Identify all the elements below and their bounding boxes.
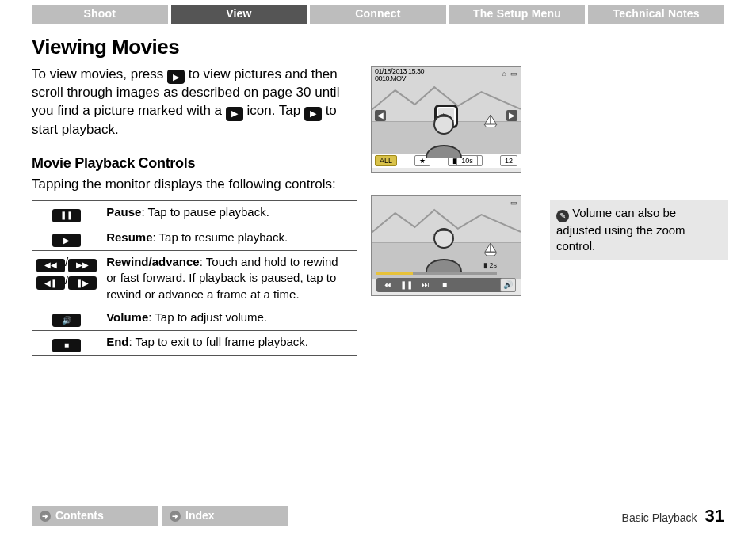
arrow-icon: ➜ bbox=[170, 511, 181, 522]
resume-icon: ▶ bbox=[52, 234, 81, 247]
movie-marker-icon: ▶ bbox=[226, 107, 243, 121]
footer-contents[interactable]: ➜ Contents bbox=[32, 506, 158, 526]
lcd-all-chip: ALL bbox=[375, 155, 397, 166]
playback-icon: ▶ bbox=[167, 70, 185, 84]
lcd-date: 01/18/2013 15:300010.MOV bbox=[375, 68, 424, 83]
page-title: Viewing Movies bbox=[32, 33, 724, 61]
end-icon: ■ bbox=[52, 339, 81, 352]
lcd2-rewind-icon: ⏮ bbox=[381, 279, 394, 291]
footer: ➜ Contents ➜ Index Basic Playback 31 bbox=[0, 504, 756, 528]
tab-shoot[interactable]: Shoot bbox=[32, 5, 168, 24]
lcd2-progress bbox=[376, 272, 497, 275]
advance-icon: ▶▶ bbox=[68, 259, 97, 272]
lcd2-pause-icon: ❚❚ bbox=[400, 279, 413, 291]
top-tabs: Shoot View Connect The Setup Menu Techni… bbox=[0, 0, 756, 24]
controls-table: ❚❚ Pause: Tap to pause playback. ▶ Resum… bbox=[32, 200, 357, 356]
sailboat-icon bbox=[483, 241, 498, 256]
person-icon bbox=[420, 112, 468, 158]
tip-box: ✎ Volume can also be adjusted using the … bbox=[550, 200, 728, 260]
lcd-count-chip: 12 bbox=[500, 155, 517, 166]
rewind-icon: ◀◀ bbox=[36, 259, 65, 272]
volume-icon: 🔊 bbox=[52, 314, 81, 327]
controls-intro: Tapping the monitor displays the followi… bbox=[32, 176, 357, 194]
play-icon: ▶ bbox=[304, 107, 322, 121]
pencil-icon: ✎ bbox=[556, 210, 569, 222]
frame-fwd-icon: ❚▶ bbox=[68, 276, 97, 290]
arrow-icon: ➜ bbox=[40, 511, 51, 522]
lcd2-stop-icon: ■ bbox=[438, 279, 451, 291]
person-icon bbox=[420, 226, 468, 272]
lcd-playback-controls: ▭ bbox=[371, 195, 521, 296]
tab-setup[interactable]: The Setup Menu bbox=[449, 5, 586, 24]
lcd-top-right: ⌂ ▭ bbox=[502, 69, 517, 78]
lcd-movie-preview: 01/18/2013 15:300010.MOV ⌂ ▭ ◀ ▶ ▶ bbox=[371, 66, 521, 173]
intro-paragraph: To view movies, press ▶ to view pictures… bbox=[32, 66, 357, 139]
frame-back-icon: ◀❚ bbox=[36, 276, 65, 290]
pause-icon: ❚❚ bbox=[52, 209, 81, 222]
page-folio: Basic Playback 31 bbox=[622, 504, 724, 528]
lcd2-time: ▮ 2s bbox=[483, 260, 497, 270]
lcd2-volume-icon: 🔊 bbox=[500, 278, 516, 292]
sailboat-icon bbox=[483, 113, 498, 127]
next-icon: ▶ bbox=[506, 110, 517, 121]
prev-icon: ◀ bbox=[375, 110, 386, 121]
footer-index[interactable]: ➜ Index bbox=[162, 506, 288, 526]
controls-heading: Movie Playback Controls bbox=[32, 154, 357, 173]
tab-tech[interactable]: Technical Notes bbox=[588, 5, 724, 24]
lcd2-controls-bar: ⏮ ❚❚ ⏭ ■ bbox=[376, 278, 516, 292]
tab-view[interactable]: View bbox=[171, 5, 307, 24]
tab-connect[interactable]: Connect bbox=[310, 5, 446, 24]
lcd2-fwd-icon: ⏭ bbox=[419, 279, 432, 291]
